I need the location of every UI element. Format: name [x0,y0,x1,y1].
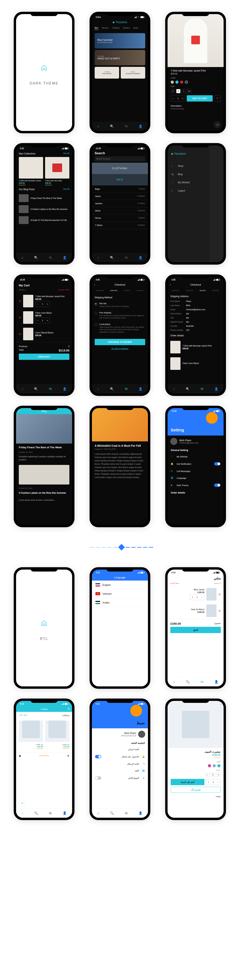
setting-notif[interactable]: 🔔Get Notification [168,460,224,468]
remove-icon[interactable]: ⊖ [219,609,221,612]
buy-now-button[interactable]: اشتري الآن [171,787,221,792]
nav-search-icon[interactable]: 🔍 [34,256,38,259]
nav-cart-icon[interactable]: 🛍 [200,680,203,684]
setting-dark[interactable]: ◐Dark Theme [168,481,224,489]
cat-row[interactable]: Shirts13 items [92,207,148,215]
banner-summer[interactable]: Blue Summerare already in store [95,33,145,48]
clear-cart[interactable]: CLEAR CART [58,289,69,291]
see-all-link[interactable]: See All [63,152,69,155]
back-icon[interactable]: ‹ [94,576,95,579]
step[interactable]: PAYMENT [136,290,143,291]
fab-cart[interactable]: 🛍 [19,800,25,807]
nav-cart-icon[interactable]: 🛍 [49,387,52,391]
card-office[interactable]: T-ShirtsTHE OFFICE [95,67,119,79]
nav-user-icon[interactable]: 👤 [138,811,143,815]
back-icon[interactable]: › [220,703,221,706]
nav-cart-icon[interactable]: 🛍 [125,124,128,128]
remove-icon[interactable]: ⊖ [219,593,221,596]
blog-thumb[interactable] [19,465,69,485]
tab-women[interactable]: Women [102,27,108,30]
shipping-option[interactable]: Flat ratePlease select a fixed rate for … [95,301,145,310]
shipping-option[interactable]: Free shippingFree shipping is a special … [95,310,145,321]
swatch[interactable] [175,81,178,84]
nav-cart-icon[interactable]: 🛍 [125,256,128,259]
setting-msg[interactable]: ✉List Messages› [168,468,224,474]
nav-user-icon[interactable]: 👤 [63,387,67,391]
nav-cart-icon[interactable]: 🛍 [200,387,203,391]
add-to-cart-button[interactable]: أضف إلى السلة [171,779,204,785]
setting-notif[interactable]: 🔔الحصول على إشعار [92,753,148,760]
toggle[interactable] [95,776,101,780]
toggle[interactable] [214,462,221,466]
checkout-button[interactable]: الدفع [170,627,221,633]
blog-hero[interactable] [16,414,72,444]
drawer-wishlist[interactable]: ♡My Wishlist [168,178,210,186]
tab-flowers[interactable]: Flowers [123,27,130,30]
lang-vietnam[interactable]: Vietnam [92,589,148,598]
swatch[interactable] [185,81,188,84]
checkout-button[interactable]: CHECKOUT [19,353,69,360]
setting-wishlist[interactable]: ♡قائمة امنياتي‹ [92,746,148,753]
heart-icon[interactable]: ♡ [20,722,22,724]
heart-icon[interactable]: ♡ [46,722,48,724]
cat-row[interactable]: Jackets11 items [92,200,148,207]
nav-user-icon[interactable]: 👤 [63,811,67,815]
wishlist-button[interactable]: ♡ [214,95,221,102]
tab-men[interactable]: Men [95,27,98,30]
fab-cart[interactable]: 🛍 [214,121,221,128]
nav-search-icon[interactable]: 🔍 [34,387,38,391]
size-l[interactable]: L [182,89,186,93]
nav-search-icon[interactable]: 🔍 [186,680,190,684]
filter-icon[interactable]: ⚙ [67,754,69,757]
drawer-blog[interactable]: ▤Blog [168,170,210,178]
nav-home-icon[interactable]: ⌂ [22,811,24,815]
lang-english[interactable]: English [92,581,148,589]
remove-icon[interactable]: ⊖ [19,299,21,302]
product-card[interactable]: ♡تي شيرت£20.00★★★★★ [45,719,69,749]
setting-wishlist[interactable]: ♡My Wishlist› [168,453,224,460]
clear-cart[interactable]: مسح العربة [170,582,179,584]
size-m[interactable]: M [176,89,181,93]
nav-home-icon[interactable]: ⌂ [22,387,24,391]
nav-user-icon[interactable]: 👤 [138,387,143,391]
back-icon[interactable]: ‹ [94,283,95,286]
product-card[interactable]: T-Shirt with Mountain Jacket$38.00★★★★★ [19,157,43,186]
blog-item[interactable]: A Guide To The Best Accessories For Fall [16,215,72,226]
toggle[interactable] [214,484,221,487]
nav-home-icon[interactable]: ⌂ [173,680,175,684]
blog-item[interactable]: 5 Fashion Labels on the Rise this Summer [16,204,72,215]
lang-arabic[interactable]: Arabic [92,598,148,607]
nav-user-icon[interactable]: 👤 [63,256,67,259]
continue-button[interactable]: CONTINUE TO REVIEW [95,339,145,345]
nav-home-icon[interactable]: ⌂ [97,256,99,259]
nav-user-icon[interactable]: 👤 [214,680,218,684]
nav-cart-icon[interactable]: 🛍 [49,811,52,815]
cat-row[interactable]: Bags1 items [92,185,148,192]
setting-dark[interactable]: ◐الوضع الليلي [92,774,148,782]
go-back-link[interactable]: Go back to address [95,347,145,350]
step[interactable]: REVIEW [124,290,130,291]
nav-home-icon[interactable]: ⌂ [97,124,99,128]
nav-home-icon[interactable]: ⌂ [97,387,99,391]
nav-cart-icon[interactable]: 🛍 [125,811,128,815]
nav-search-icon[interactable]: 🔍 [110,387,114,391]
menu-icon[interactable]: ☰ [67,707,70,710]
nav-search-icon[interactable]: 🔍 [110,124,114,128]
search-input[interactable] [95,156,145,162]
nav-search-icon[interactable]: 🔍 [34,811,38,815]
nav-search-icon[interactable]: 🔍 [110,811,114,815]
back-icon[interactable]: ‹ [170,283,171,286]
back-icon[interactable]: ‹ [18,410,19,412]
setting-lang[interactable]: 🌐اللغة‹ [92,767,148,774]
user-profile[interactable]: Minh PhamMinhxynk@email [92,728,148,740]
heart-icon[interactable]: ♡ [170,703,172,706]
nav-search-icon[interactable]: 🔍 [110,256,114,259]
step[interactable]: SHIPPING [110,290,118,291]
setting-msg[interactable]: ✉قائمة الرسائل‹ [92,760,148,767]
category-men[interactable]: MEN [92,174,148,185]
cat-row[interactable]: Shoes6 items [92,215,148,222]
product-card[interactable]: ♡تي شيرت£20.00★★★★★ [19,719,43,749]
size-s[interactable]: S [171,89,175,93]
remove-icon[interactable]: ⊖ [19,332,21,336]
card-elegant[interactable]: DressELEGANT DESIGN [121,67,145,79]
